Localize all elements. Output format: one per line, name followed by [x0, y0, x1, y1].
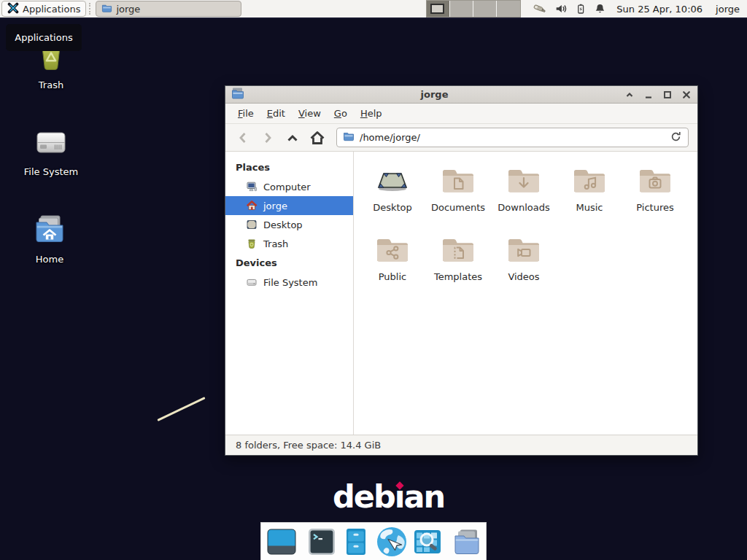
window-icon — [231, 87, 244, 102]
sidebar-item-trash[interactable]: Trash — [225, 234, 353, 253]
sidebar-header-devices: Devices — [225, 253, 353, 273]
folder-label: Templates — [434, 271, 482, 282]
debian-logo: debıan — [333, 481, 444, 513]
notifications-bell-icon[interactable] — [594, 2, 606, 15]
sidebar-item-label: Trash — [263, 238, 288, 249]
applications-tooltip: Applications — [6, 24, 82, 51]
workspace-window-outline — [430, 4, 444, 14]
application-finder-icon[interactable] — [413, 527, 442, 556]
desktop: { "panel": { "applications_label": "Appl… — [0, 0, 747, 560]
address-bar[interactable]: /home/jorge/ — [336, 128, 689, 147]
sidebar-item-label: Computer — [263, 182, 311, 192]
menu-view[interactable]: View — [292, 104, 328, 124]
shade-button[interactable] — [624, 90, 635, 100]
desktop-icon-label: Home — [9, 254, 90, 265]
terminal-icon[interactable] — [307, 527, 336, 556]
web-browser-icon[interactable] — [376, 526, 408, 558]
minimize-button[interactable] — [643, 90, 654, 100]
sidebar-item-label: File System — [263, 277, 317, 288]
workspace-4[interactable] — [497, 1, 520, 17]
home-folder-icon — [32, 238, 67, 249]
folder-item-templates[interactable]: Templates — [425, 233, 491, 302]
folder-label: Documents — [431, 202, 485, 213]
sidebar-item-label: jorge — [263, 201, 287, 211]
dock-folder-icon[interactable] — [452, 527, 481, 556]
window-controls — [624, 90, 692, 100]
menu-help[interactable]: Help — [354, 104, 389, 124]
reload-icon[interactable] — [670, 131, 682, 145]
computer-icon — [246, 181, 258, 192]
folder-item-pictures[interactable]: Pictures — [622, 163, 688, 233]
up-button[interactable] — [281, 127, 304, 149]
sidebar-item-computer[interactable]: Computer — [225, 177, 353, 196]
home-button[interactable] — [306, 127, 329, 149]
workspace-switcher — [426, 0, 521, 18]
forward-button[interactable] — [256, 127, 279, 149]
address-path[interactable]: /home/jorge/ — [360, 132, 665, 143]
panel-handle[interactable] — [89, 3, 93, 15]
sidebar: Places Computer — [225, 152, 354, 435]
show-desktop-icon[interactable] — [266, 527, 297, 556]
titlebar[interactable]: jorge — [225, 86, 697, 104]
menubar: File Edit View Go Help — [225, 104, 697, 124]
folder-item-documents[interactable]: Documents — [425, 163, 491, 233]
desktop-folder-icon — [375, 163, 410, 198]
panel-username[interactable]: jorge — [716, 4, 740, 15]
file-cabinet-icon[interactable] — [341, 527, 371, 556]
taskbar-window-label: jorge — [116, 4, 140, 15]
applications-tooltip-text: Applications — [15, 32, 72, 43]
window-title: jorge — [244, 89, 624, 100]
folder-label: Downloads — [498, 202, 549, 213]
debian-logo-text: deb — [333, 478, 395, 515]
folder-item-downloads[interactable]: Downloads — [491, 163, 557, 233]
user-home-icon — [246, 200, 258, 211]
back-button[interactable] — [231, 127, 255, 149]
pictures-folder-icon — [638, 163, 673, 198]
folder-label: Pictures — [636, 202, 673, 213]
folder-item-public[interactable]: Public — [360, 233, 425, 302]
workspace-1[interactable] — [427, 1, 450, 17]
folder-label: Videos — [508, 271, 539, 282]
maximize-button[interactable] — [662, 90, 673, 100]
menu-edit[interactable]: Edit — [260, 104, 292, 124]
applications-menu-button[interactable]: Applications — [1, 1, 86, 17]
applications-menu-label: Applications — [23, 4, 80, 15]
taskbar-window-button[interactable]: jorge — [96, 1, 241, 17]
menu-go[interactable]: Go — [328, 104, 354, 124]
statusbar: 8 folders, Free space: 14.4 GiB — [225, 435, 697, 455]
videos-folder-icon — [506, 233, 541, 268]
stylus-tool-icon[interactable] — [533, 2, 547, 15]
top-panel: Applications jorge — [0, 0, 747, 19]
desktop-icon-label: Trash — [11, 79, 91, 90]
desktop-icon-home[interactable]: Home — [9, 212, 90, 265]
sidebar-item-label: Desktop — [263, 219, 303, 230]
folder-item-music[interactable]: Music — [557, 163, 622, 233]
workspace-2[interactable] — [450, 1, 473, 17]
templates-folder-icon — [441, 233, 476, 268]
wallpaper-swoosh-line — [157, 397, 205, 421]
panel-clock[interactable]: Sun 25 Apr, 10:06 — [616, 4, 703, 15]
folder-item-desktop[interactable]: Desktop — [360, 163, 425, 233]
desktop-icon-file-system[interactable]: File System — [11, 125, 91, 177]
desktop-place-icon — [246, 219, 258, 230]
window-body: Places Computer — [225, 152, 697, 435]
folder-label: Desktop — [373, 202, 412, 213]
folder-item-videos[interactable]: Videos — [491, 233, 557, 302]
system-tray — [533, 2, 606, 15]
sidebar-item-file-system[interactable]: File System — [225, 273, 353, 292]
sidebar-header-places: Places — [225, 158, 353, 177]
debian-logo-i: ı — [395, 481, 404, 513]
menu-file[interactable]: File — [231, 104, 260, 124]
address-folder-icon — [343, 131, 355, 144]
battery-icon[interactable] — [575, 2, 587, 15]
toolbar: /home/jorge/ — [225, 124, 697, 152]
music-folder-icon — [572, 163, 607, 198]
desktop-icon-label: File System — [11, 166, 91, 177]
sidebar-item-desktop[interactable]: Desktop — [225, 215, 353, 234]
downloads-folder-icon — [506, 163, 541, 198]
sidebar-item-jorge-home[interactable]: jorge — [225, 196, 353, 215]
drive-small-icon — [246, 276, 258, 288]
workspace-3[interactable] — [473, 1, 497, 17]
close-button[interactable] — [681, 90, 692, 100]
volume-icon[interactable] — [554, 2, 568, 15]
